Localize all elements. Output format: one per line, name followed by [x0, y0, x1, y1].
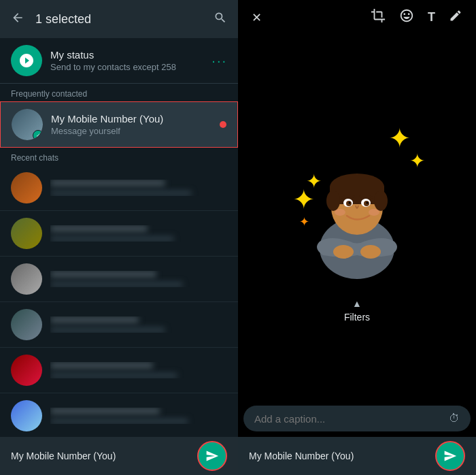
- caption-bar: ⏱: [243, 406, 471, 431]
- right-contact-name: My Mobile Number (You): [249, 451, 427, 461]
- send-button[interactable]: [197, 441, 227, 471]
- svg-point-16: [360, 245, 381, 259]
- sticker-image: ✦ ✦ ✦ ✦ ✦: [282, 116, 432, 293]
- svg-point-15: [333, 245, 354, 259]
- toolbar-left: ✕: [252, 10, 262, 25]
- status-text: My status Send to my contacts except 258: [50, 49, 203, 72]
- chat-item[interactable]: [0, 393, 238, 437]
- chat-item[interactable]: [0, 165, 238, 211]
- caption-icon[interactable]: ⏱: [449, 412, 460, 425]
- chat-item[interactable]: [0, 348, 238, 393]
- bottom-contact-name: My Mobile Number (You): [11, 451, 189, 461]
- chat-avatar: [11, 355, 42, 386]
- svg-point-14: [369, 209, 379, 216]
- status-avatar: [11, 45, 42, 76]
- sparkle-small-left-icon: ✦: [306, 170, 322, 193]
- frequently-contacted-label: Frequently contacted: [0, 84, 238, 101]
- back-button[interactable]: [11, 11, 24, 28]
- toolbar-right: T: [371, 8, 462, 27]
- chat-item[interactable]: [0, 302, 238, 348]
- chat-avatar: [11, 218, 42, 249]
- sparkle-top-right-icon: ✦: [388, 122, 411, 154]
- sticker-content: ✦ ✦ ✦ ✦ ✦: [238, 0, 476, 406]
- contact-subtitle: Message yourself: [51, 126, 211, 136]
- recent-chats-section: Recent chats: [0, 148, 238, 437]
- right-bottom-bar: My Mobile Number (You): [238, 437, 476, 475]
- chevron-up-icon: ▲: [352, 298, 362, 309]
- chat-content: [50, 316, 227, 333]
- draw-icon[interactable]: [449, 9, 462, 26]
- recent-chats-label: Recent chats: [0, 148, 238, 165]
- chat-content: [50, 362, 227, 378]
- check-badge: [33, 130, 43, 140]
- chat-item[interactable]: [0, 257, 238, 302]
- right-toolbar: ✕ T: [238, 0, 476, 35]
- chat-avatar: [11, 400, 42, 431]
- text-icon[interactable]: T: [428, 10, 435, 24]
- chat-list: [0, 165, 238, 437]
- svg-point-6: [374, 191, 388, 211]
- svg-point-13: [335, 209, 345, 216]
- chat-content: [50, 180, 227, 196]
- sparkle-right-icon: ✦: [409, 150, 425, 172]
- chat-avatar: [11, 309, 42, 340]
- svg-point-5: [326, 191, 340, 211]
- left-panel: 1 selected My status Send to my contacts…: [0, 0, 238, 475]
- right-send-button[interactable]: [435, 441, 465, 471]
- status-dots[interactable]: ···: [211, 53, 227, 69]
- header-title: 1 selected: [35, 12, 203, 27]
- filters-label: Filters: [344, 312, 370, 323]
- svg-point-11: [349, 202, 351, 204]
- header: 1 selected: [0, 0, 238, 38]
- emoji-icon[interactable]: [399, 8, 414, 27]
- svg-point-12: [367, 202, 369, 204]
- chat-content: [50, 408, 227, 424]
- contact-name: My Mobile Number (You): [51, 113, 211, 125]
- close-icon[interactable]: ✕: [252, 10, 262, 25]
- selection-indicator: [220, 121, 226, 128]
- filters-section[interactable]: ▲ Filters: [344, 293, 370, 331]
- caption-input[interactable]: [254, 413, 443, 425]
- contact-info: My Mobile Number (You) Message yourself: [51, 113, 211, 136]
- chat-item[interactable]: [0, 211, 238, 257]
- my-status-row[interactable]: My status Send to my contacts except 258…: [0, 38, 238, 84]
- frequently-contacted-item[interactable]: My Mobile Number (You) Message yourself: [0, 101, 238, 148]
- status-title: My status: [50, 49, 203, 61]
- right-panel: ✕ T: [238, 0, 476, 475]
- chat-content: [50, 271, 227, 287]
- status-subtitle: Send to my contacts except 258: [50, 62, 203, 72]
- contact-avatar: [12, 109, 43, 140]
- chat-content: [50, 225, 227, 242]
- crop-icon[interactable]: [371, 8, 386, 27]
- search-icon[interactable]: [214, 11, 227, 28]
- chat-avatar: [11, 263, 42, 295]
- chat-avatar: [11, 172, 42, 203]
- sparkle-orange-icon: ✦: [299, 214, 309, 229]
- bottom-bar: My Mobile Number (You): [0, 437, 238, 475]
